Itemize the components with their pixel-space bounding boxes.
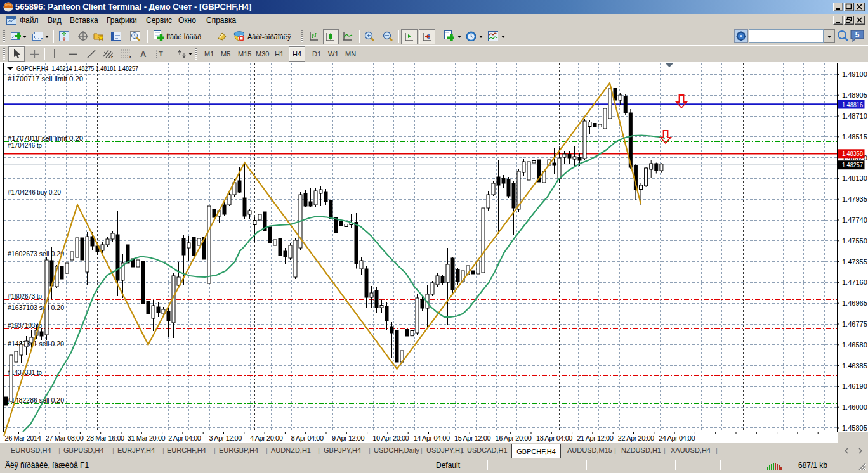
svg-text:10 Apr 20:00: 10 Apr 20:00 [372,434,409,442]
svg-text:GBPCHF,H4 1.48214 1.48275 1.4: GBPCHF,H4 1.48214 1.48275 1.48181 1.4825… [16,65,138,72]
svg-text:#1637103 sell 0.20: #1637103 sell 0.20 [8,304,64,311]
svg-text:22 Apr 20:00: 22 Apr 20:00 [618,434,654,442]
svg-text:3 Apr 12:00: 3 Apr 12:00 [209,434,242,442]
svg-text:8 Apr 04:00: 8 Apr 04:00 [291,434,324,442]
svg-text:1.45805: 1.45805 [842,424,867,432]
svg-text:1.47550: 1.47550 [842,237,867,245]
svg-text:E: E [111,55,113,58]
svg-text:#1487311 sell 0.20: #1487311 sell 0.20 [8,340,64,347]
svg-text:1.47740: 1.47740 [842,216,867,224]
svg-text:26 Mar 2014: 26 Mar 2014 [5,434,41,442]
svg-text:1.47160: 1.47160 [842,278,867,286]
svg-text:#1704246 buy 0.20: #1704246 buy 0.20 [8,188,61,196]
svg-text:4 Apr 20:00: 4 Apr 20:00 [250,434,283,442]
svg-text:14 Apr 04:00: 14 Apr 04:00 [414,434,450,442]
svg-text:F: F [129,55,131,58]
svg-text:1.48816: 1.48816 [842,101,863,108]
svg-text:1.47355: 1.47355 [842,258,867,266]
svg-text:#1700717 sell limit 0.20: #1700717 sell limit 0.20 [8,75,83,82]
svg-text:18 Apr 04:00: 18 Apr 04:00 [536,434,572,442]
svg-text:1.46000: 1.46000 [842,403,867,411]
svg-text:1.46965: 1.46965 [842,299,867,307]
svg-text:1.47935: 1.47935 [842,195,867,203]
svg-text:16 Apr 20:00: 16 Apr 20:00 [496,434,532,442]
svg-text:1.48515: 1.48515 [842,133,867,141]
svg-text:31 Mar 20:00: 31 Mar 20:00 [128,434,166,442]
svg-text:15 Apr 12:00: 15 Apr 12:00 [454,434,490,442]
svg-text:9 Apr 12:00: 9 Apr 12:00 [332,434,365,442]
svg-text:28 Mar 16:00: 28 Mar 16:00 [86,434,124,442]
svg-text:1.48710: 1.48710 [842,112,867,120]
svg-text:1.49100: 1.49100 [842,70,867,78]
svg-text:5: 5 [855,30,860,39]
svg-text:#1602673 tp: #1602673 tp [8,292,42,300]
svg-text:24 Apr 04:00: 24 Apr 04:00 [659,434,695,442]
svg-text:1.48358: 1.48358 [842,150,863,157]
svg-text:#1602673 sell 0.20: #1602673 sell 0.20 [8,250,64,257]
svg-text:T: T [159,50,163,58]
svg-text:1.48257: 1.48257 [842,161,863,169]
svg-text:1.46775: 1.46775 [842,320,867,328]
svg-text:1.46190: 1.46190 [842,382,867,390]
svg-text:1.48905: 1.48905 [842,91,867,99]
svg-text:#1704246 tp: #1704246 tp [8,141,42,149]
svg-text:1.46385: 1.46385 [842,362,867,370]
svg-text:21 Apr 12:00: 21 Apr 12:00 [577,434,613,442]
svg-text:1.46580: 1.46580 [842,341,867,349]
svg-text:2 Apr 04:00: 2 Apr 04:00 [168,434,201,442]
svg-text:1.48130: 1.48130 [842,174,867,182]
svg-text:27 Mar 08:00: 27 Mar 08:00 [46,434,84,442]
